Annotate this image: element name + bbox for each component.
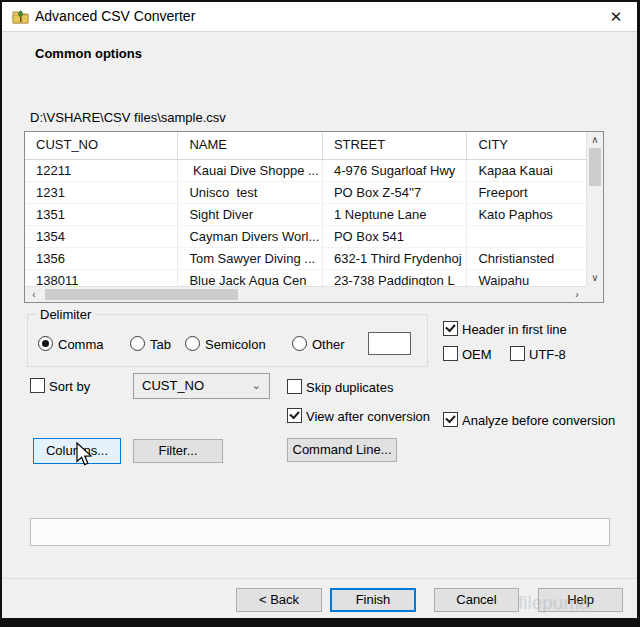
finish-button[interactable]: Finish: [330, 588, 416, 612]
radio-tab-label[interactable]: Tab: [150, 337, 171, 352]
radio-other[interactable]: [292, 336, 307, 351]
table-row[interactable]: 1356Tom Sawyer Diving ...632-1 Third Fry…: [25, 248, 586, 270]
horizontal-scroll-thumb[interactable]: [45, 289, 238, 300]
sort-by-label[interactable]: Sort by: [49, 379, 90, 394]
progress-bar: [30, 518, 610, 546]
window-title: Advanced CSV Converter: [35, 2, 195, 31]
table-cell: PO Box 541: [323, 226, 467, 247]
other-delimiter-input[interactable]: [368, 332, 411, 355]
scroll-left-icon[interactable]: ‹: [26, 287, 42, 302]
preview-grid-rows: 12211 Kauai Dive Shoppe ...4-976 Sugarlo…: [25, 160, 586, 286]
app-icon: [12, 8, 29, 25]
view-after-conversion-label[interactable]: View after conversion: [306, 409, 430, 424]
radio-other-label[interactable]: Other: [312, 337, 345, 352]
table-cell: PO Box Z-54''7: [323, 182, 467, 203]
utf8-label[interactable]: UTF-8: [529, 347, 566, 362]
grid-header-row: CUST_NONAMESTREETCITY: [25, 132, 586, 160]
vertical-scrollbar[interactable]: ∧ ∨: [586, 132, 603, 286]
table-cell: 12211: [25, 160, 178, 181]
radio-comma[interactable]: [38, 336, 53, 351]
footer-divider: [2, 578, 637, 579]
table-row[interactable]: 1231Unisco testPO Box Z-54''7Freeport: [25, 182, 586, 204]
delimiter-group-label: Delimiter: [36, 307, 95, 322]
close-icon[interactable]: ✕: [605, 6, 627, 28]
radio-semicolon[interactable]: [185, 336, 200, 351]
table-cell: Blue Jack Aqua Cen: [178, 270, 322, 286]
table-row[interactable]: 138011Blue Jack Aqua Cen23-738 Paddingto…: [25, 270, 586, 286]
radio-semicolon-label[interactable]: Semicolon: [205, 337, 266, 352]
file-path-label: D:\VSHARE\CSV files\sample.csv: [30, 110, 226, 125]
table-cell: Kato Paphos: [467, 204, 586, 225]
table-row[interactable]: 1351Sight Diver1 Neptune LaneKato Paphos: [25, 204, 586, 226]
header-first-line-label[interactable]: Header in first line: [462, 322, 567, 337]
table-row[interactable]: 1354Cayman Divers Worl...PO Box 541: [25, 226, 586, 248]
table-cell: 632-1 Third Frydenhoj: [323, 248, 467, 269]
scroll-down-icon[interactable]: ∨: [587, 271, 603, 285]
table-cell: 1351: [25, 204, 178, 225]
skip-duplicates-label[interactable]: Skip duplicates: [306, 380, 393, 395]
utf8-checkbox[interactable]: [510, 346, 525, 361]
column-header[interactable]: CITY: [467, 132, 586, 159]
analyze-before-conversion-label[interactable]: Analyze before conversion: [462, 413, 615, 428]
vertical-scroll-thumb[interactable]: [589, 148, 601, 186]
filter-button[interactable]: Filter...: [133, 439, 223, 463]
column-header[interactable]: STREET: [323, 132, 467, 159]
scroll-right-icon[interactable]: ›: [569, 287, 585, 302]
back-button[interactable]: < Back: [236, 588, 322, 612]
scrollbar-corner: [586, 286, 603, 302]
table-cell: 4-976 Sugarloaf Hwy: [323, 160, 467, 181]
table-cell: [467, 226, 586, 247]
page-title: Common options: [35, 46, 142, 61]
column-header[interactable]: CUST_NO: [25, 132, 178, 159]
table-cell: Tom Sawyer Diving ...: [178, 248, 322, 269]
table-cell: Waipahu: [467, 270, 586, 286]
sort-field-value: CUST_NO: [142, 374, 204, 398]
chevron-down-icon: ⌄: [252, 374, 261, 397]
advanced-csv-converter-dialog: Advanced CSV Converter ✕ Common options …: [2, 2, 637, 618]
table-row[interactable]: 12211 Kauai Dive Shoppe ...4-976 Sugarlo…: [25, 160, 586, 182]
table-cell: 1356: [25, 248, 178, 269]
csv-preview-grid[interactable]: CUST_NONAMESTREETCITY 12211 Kauai Dive S…: [24, 131, 604, 303]
header-first-line-checkbox[interactable]: [443, 321, 458, 336]
table-cell: Kapaa Kauai: [467, 160, 586, 181]
radio-tab[interactable]: [130, 336, 145, 351]
table-cell: Freeport: [467, 182, 586, 203]
columns-button[interactable]: Columns...: [33, 438, 121, 464]
table-cell: 1231: [25, 182, 178, 203]
titlebar: Advanced CSV Converter ✕: [2, 2, 637, 32]
radio-comma-label[interactable]: Comma: [58, 337, 104, 352]
table-cell: 1 Neptune Lane: [323, 204, 467, 225]
oem-checkbox[interactable]: [443, 346, 458, 361]
sort-by-checkbox[interactable]: [30, 378, 45, 393]
table-cell: Unisco test: [178, 182, 322, 203]
horizontal-scrollbar[interactable]: ‹ ›: [25, 286, 586, 302]
oem-label[interactable]: OEM: [462, 347, 492, 362]
table-cell: Sight Diver: [178, 204, 322, 225]
table-cell: 1354: [25, 226, 178, 247]
skip-duplicates-checkbox[interactable]: [287, 379, 302, 394]
table-cell: 138011: [25, 270, 178, 286]
command-line-button[interactable]: Command Line...: [287, 438, 397, 462]
help-button[interactable]: Help: [538, 588, 623, 612]
analyze-before-conversion-checkbox[interactable]: [443, 412, 458, 427]
table-cell: Kauai Dive Shoppe ...: [178, 160, 322, 181]
table-cell: Cayman Divers Worl...: [178, 226, 322, 247]
view-after-conversion-checkbox[interactable]: [287, 408, 302, 423]
cancel-button[interactable]: Cancel: [434, 588, 519, 612]
table-cell: 23-738 Paddington L: [323, 270, 467, 286]
sort-field-dropdown[interactable]: CUST_NO ⌄: [133, 373, 270, 399]
scroll-up-icon[interactable]: ∧: [587, 133, 603, 147]
table-cell: Christiansted: [467, 248, 586, 269]
screen: Advanced CSV Converter ✕ Common options …: [0, 0, 640, 627]
column-header[interactable]: NAME: [178, 132, 322, 159]
